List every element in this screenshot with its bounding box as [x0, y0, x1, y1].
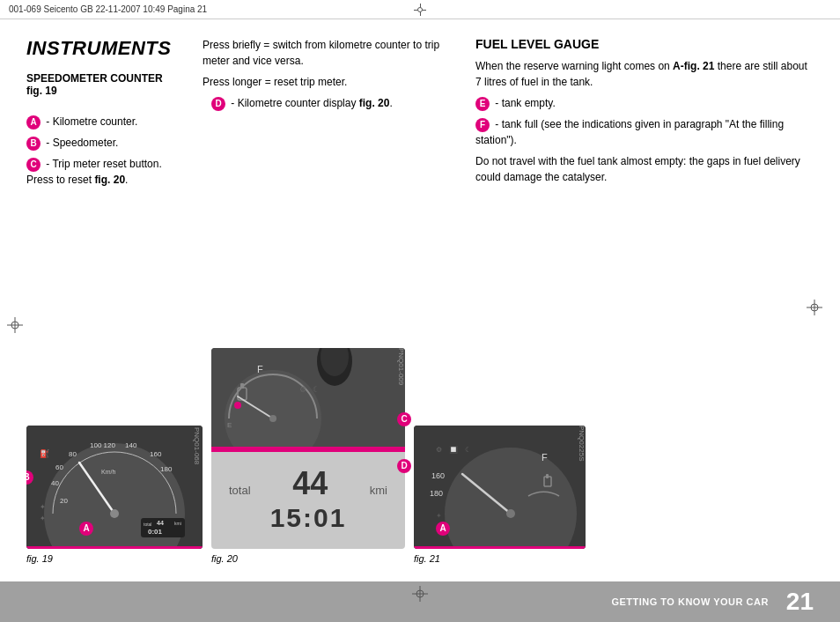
b-marker-fig19: B — [26, 470, 36, 485]
svg-text:80: 80 — [69, 450, 77, 458]
svg-text:⛽: ⛽ — [40, 448, 50, 459]
svg-rect-41 — [211, 447, 405, 449]
fig19-container: PNQ01-068 20 40 60 80 100 1 — [26, 426, 203, 564]
left-column: INSTRUMENTS SPEEDOMETER COUNTER fig. 19 … — [26, 37, 203, 339]
bottom-center-crosshair — [412, 586, 428, 604]
svg-point-53 — [506, 509, 515, 518]
middle-para2: Press longer = reset trip meter. — [203, 74, 458, 90]
svg-text:140: 140 — [125, 441, 137, 449]
fuel-item-e: E - tank empty. — [475, 95, 814, 111]
fig20-container: C D PNQ01-009 F — [211, 348, 405, 564]
middle-column: Press briefly = switch from kilometre co… — [203, 37, 475, 339]
trip-main-number: 44 — [292, 468, 328, 500]
marker-d-inline: D — [211, 97, 225, 111]
top-bar-text: 001-069 Seicento GB 22-11-2007 10:49 Pag… — [9, 4, 207, 14]
right-column: FUEL LEVEL GAUGE When the reserve warnin… — [475, 37, 814, 339]
svg-rect-56 — [414, 546, 586, 549]
d-marker-fig20: D — [397, 458, 414, 473]
fig19-image: PNQ01-068 20 40 60 80 100 1 — [26, 426, 203, 549]
svg-text:E: E — [227, 421, 232, 429]
svg-text:kmi: kmi — [174, 521, 181, 526]
middle-d-line: D - Kilometre counter display fig. 20. — [203, 95, 458, 111]
section-title: INSTRUMENTS — [26, 37, 185, 60]
svg-text:180: 180 — [160, 465, 173, 473]
svg-text:100 120: 100 120 — [90, 441, 115, 449]
fuel-para2: Do not travel with the fuel tank almost … — [475, 153, 814, 185]
fig20-label: fig. 20 — [211, 553, 238, 564]
fig21-ref-code: PNQ0225S — [578, 426, 586, 461]
fig19-ref-code: PNQ01-068 — [191, 426, 203, 466]
svg-rect-24 — [26, 546, 203, 549]
svg-text:40: 40 — [51, 479, 59, 487]
main-content: INSTRUMENTS SPEEDOMETER COUNTER fig. 19 … — [0, 19, 840, 581]
svg-text:✦: ✦ — [436, 512, 442, 520]
item-b: B - Speedometer. — [26, 135, 185, 151]
page-number: 21 — [786, 588, 814, 616]
a-marker-fig19: A — [79, 521, 96, 536]
middle-para1: Press briefly = switch from kilometre co… — [203, 37, 458, 69]
svg-point-36 — [269, 415, 276, 422]
fig20-wrapper: C D PNQ01-009 F — [211, 348, 405, 549]
fig21-container: PNQ0225S 160 180 F ⚙ — [414, 426, 586, 564]
svg-text:180: 180 — [430, 489, 443, 498]
svg-text:60: 60 — [55, 463, 63, 471]
svg-text:✦: ✦ — [40, 515, 46, 522]
svg-text:0:01: 0:01 — [148, 528, 163, 536]
marker-c: C — [26, 158, 41, 172]
item-c: C - Trip meter reset button. Press to re… — [26, 156, 185, 188]
top-bar: 001-069 Seicento GB 22-11-2007 10:49 Pag… — [0, 0, 840, 19]
fig20-top: F E ⚙ ☾ — [211, 348, 405, 449]
fig21-label: fig. 21 — [414, 553, 440, 564]
svg-text:20: 20 — [60, 497, 68, 505]
svg-text:☾: ☾ — [313, 385, 320, 394]
svg-rect-48 — [546, 474, 549, 478]
svg-text:✦: ✦ — [40, 503, 46, 511]
fig20-ref-code: PNQ01-009 — [397, 348, 405, 385]
fuel-item-f: F - tank full (see the indications given… — [475, 116, 814, 148]
svg-text:160: 160 — [431, 471, 445, 480]
svg-text:F: F — [542, 452, 548, 463]
fig21-image: PNQ0225S 160 180 F ⚙ — [414, 426, 586, 549]
svg-text:44: 44 — [157, 520, 164, 526]
fuel-para1: When the reserve warning light comes on … — [475, 58, 814, 90]
marker-b: B — [26, 137, 41, 151]
speedometer-subtitle: SPEEDOMETER COUNTER fig. 19 — [26, 72, 185, 97]
a-marker-fig21: A — [436, 521, 453, 536]
trip-top-row: total 44 kmi — [229, 468, 387, 500]
item-a: A - Kilometre counter. — [26, 114, 185, 130]
svg-text:Km/h: Km/h — [101, 469, 115, 475]
fig19-svg: 20 40 60 80 100 120 140 160 180 Km/h tot… — [26, 426, 203, 549]
trip-unit: kmi — [370, 484, 387, 497]
fuel-title: FUEL LEVEL GAUGE — [475, 37, 814, 51]
figures-row: PNQ01-068 20 40 60 80 100 1 — [26, 348, 814, 564]
marker-a: A — [26, 115, 41, 130]
svg-text:⚙: ⚙ — [299, 385, 306, 394]
marker-e: E — [475, 97, 490, 111]
c-marker-fig20: C — [397, 411, 414, 426]
svg-text:☾: ☾ — [465, 446, 471, 454]
fig19-label: fig. 19 — [26, 553, 53, 564]
fig20-top-svg: F E ⚙ ☾ — [211, 348, 405, 449]
svg-text:total: total — [144, 522, 151, 527]
svg-text:🔲: 🔲 — [449, 445, 458, 454]
marker-f: F — [475, 118, 490, 132]
svg-text:⚙: ⚙ — [436, 446, 442, 454]
svg-text:F: F — [257, 364, 263, 374]
svg-text:160: 160 — [150, 450, 162, 458]
top-bar-crosshair — [414, 4, 426, 16]
trip-total-label: total — [229, 484, 251, 497]
svg-point-18 — [110, 509, 119, 518]
trip-bottom-row: 15:01 — [229, 503, 387, 533]
fig20-bottom: total 44 kmi 15:01 — [211, 452, 405, 549]
svg-point-34 — [234, 402, 241, 409]
bottom-bar-text: GETTING TO KNOW YOUR CAR — [611, 596, 768, 607]
columns-layout: INSTRUMENTS SPEEDOMETER COUNTER fig. 19 … — [26, 37, 814, 339]
